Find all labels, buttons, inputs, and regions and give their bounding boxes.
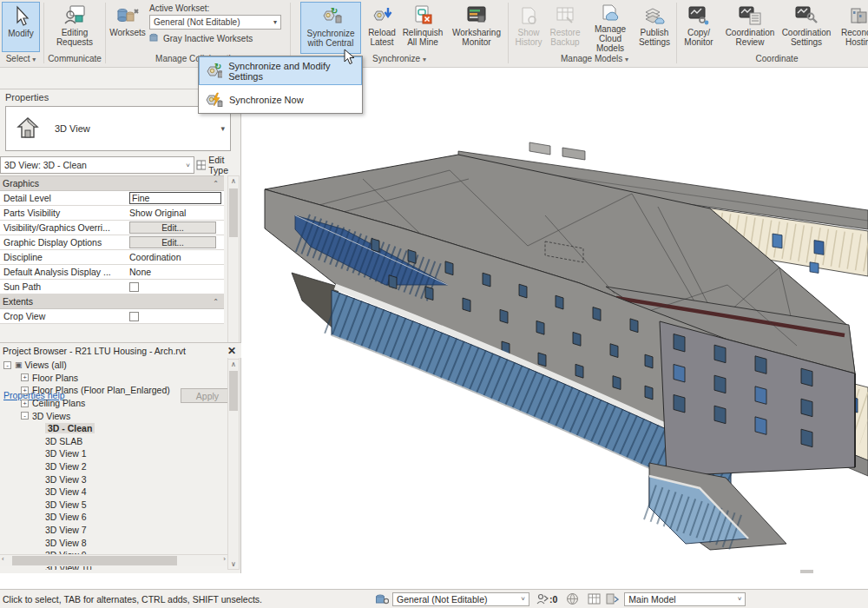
expand-icon[interactable]: + — [21, 400, 29, 407]
scroll-up-icon[interactable]: ∧ — [228, 177, 239, 185]
reload-latest-button[interactable]: Reload Latest — [365, 2, 399, 52]
sun-path-icon[interactable]: ☀ — [332, 572, 345, 573]
coordination-review-button[interactable]: Coordination Review — [722, 2, 778, 52]
tree-item-3d-view-7[interactable]: 3D View 7 — [0, 524, 226, 537]
worksharing-monitor-button[interactable]: Worksharing Monitor — [450, 2, 503, 52]
edit-type-button[interactable]: Edit Type — [194, 156, 241, 174]
scroll-thumb[interactable] — [229, 371, 238, 411]
property-row[interactable]: Graphic Display Options Edit... — [0, 235, 224, 250]
scroll-thumb[interactable] — [229, 188, 238, 237]
worksets-label: Worksets — [109, 28, 146, 37]
temporary-hide-isolate-icon[interactable]: ◎ — [435, 572, 448, 573]
show-history-button[interactable]: Show History — [512, 2, 545, 52]
restore-backup-button[interactable]: Restore Backup — [547, 2, 583, 52]
scroll-left-icon[interactable]: ‹ — [2, 555, 4, 563]
tree-item-3d-view-8[interactable]: 3D View 8 — [0, 536, 226, 549]
expand-icon[interactable]: + — [21, 373, 29, 381]
highlight-displacement-icon[interactable]: ◨ — [509, 572, 522, 573]
tree-item-views-all[interactable]: -▣Views (all) — [0, 359, 226, 372]
editing-requests-status-icon[interactable] — [536, 593, 549, 605]
type-selector[interactable]: 3D View ▾ — [5, 106, 231, 151]
visual-style-icon[interactable]: ◧ — [317, 572, 330, 573]
panel-divider — [508, 3, 509, 63]
instance-selector[interactable]: 3D View: 3D - Clean˅ — [0, 156, 194, 174]
shadows-icon[interactable]: ☀ — [346, 572, 359, 573]
collapse-icon[interactable]: - — [3, 361, 11, 369]
copy-monitor-button[interactable]: Copy/ Monitor — [679, 2, 719, 52]
tree-item-3d-slab[interactable]: 3D SLAB — [0, 435, 226, 448]
graphic-display-edit-button[interactable]: Edit... — [129, 236, 216, 248]
visibility-edit-button[interactable]: Edit... — [129, 221, 216, 234]
modify-button[interactable]: Modify — [2, 2, 40, 52]
property-row[interactable]: Discipline Coordination — [0, 250, 224, 265]
main-model-select[interactable]: Main Model˅ — [624, 592, 746, 606]
tree-item-3d-view-6[interactable]: 3D View 6 — [0, 511, 226, 524]
sketchy-lines-icon[interactable]: ◔ — [361, 572, 374, 573]
tree-item-3d-view-4[interactable]: 3D View 4 — [0, 486, 226, 499]
tree-item-3d-view-1[interactable]: 3D View 1 — [0, 447, 226, 460]
relinquish-all-mine-button[interactable]: Relinquish All Mine — [401, 2, 444, 52]
tree-item-floor-plans-enlarged[interactable]: +Floor Plans (Floor Plan_Enlarged) — [0, 384, 226, 397]
property-row[interactable]: Parts Visibility Show Original — [0, 206, 224, 221]
reveal-hidden-elements-icon[interactable]: ● — [450, 572, 463, 573]
tree-item-3d-views[interactable]: -3D Views — [0, 409, 226, 422]
design-options-icon[interactable] — [566, 592, 579, 605]
scroll-thumb[interactable] — [12, 556, 177, 565]
workset-status-select[interactable]: General (Not Editable)˅ — [392, 592, 529, 606]
worksets-button[interactable]: Worksets — [108, 2, 148, 52]
tree-item-3d-view-2[interactable]: 3D View 2 — [0, 460, 226, 473]
expand-viewbar-icon[interactable]: ‹ — [538, 572, 551, 573]
editing-requests-button[interactable]: Editing Requests — [47, 2, 102, 52]
scroll-right-icon[interactable]: › — [223, 555, 226, 563]
edit-type-icon — [196, 160, 206, 171]
property-row[interactable]: Default Analysis Display ... None — [0, 265, 224, 280]
browser-scrollbar[interactable]: ∧ ∨ — [227, 359, 240, 570]
publish-settings-button[interactable]: Publish Settings — [635, 2, 674, 52]
property-row[interactable]: Detail Level Fine — [0, 191, 224, 206]
tree-item-3d-clean[interactable]: 3D - Clean — [0, 422, 226, 435]
crop-view-checkbox[interactable] — [129, 312, 139, 321]
close-icon[interactable]: ✕ — [227, 345, 236, 357]
tree-item-3d-view-5[interactable]: 3D View 5 — [0, 499, 226, 512]
crop-view-icon[interactable]: ✂ — [376, 572, 389, 573]
coordination-settings-button[interactable]: Coordination Settings — [781, 2, 832, 52]
expand-icon[interactable]: + — [21, 387, 29, 394]
reveal-constraints-icon[interactable]: ⬓ — [523, 572, 536, 573]
unlocked-view-icon[interactable]: ⬡ — [420, 572, 433, 573]
scroll-up-icon[interactable]: ∧ — [228, 360, 239, 368]
exclude-options-icon[interactable] — [588, 593, 601, 605]
tree-item-3d-view-3[interactable]: 3D View 3 — [0, 473, 226, 486]
tree-item-ceiling-plans[interactable]: +Ceiling Plans — [0, 397, 226, 410]
synchronize-with-central-button[interactable]: ↻ Synchronize with Central — [300, 2, 361, 54]
worksharing-display-icon[interactable]: ◫ — [464, 572, 477, 573]
building-3d-model — [241, 68, 868, 563]
left-dock-panel: Properties 3D View ▾ 3D View: 3D - Clean… — [0, 68, 241, 573]
synchronize-and-modify-settings-item[interactable]: ↻ Synchronize and Modify Settings — [199, 56, 362, 85]
scroll-down-icon[interactable]: ∨ — [228, 560, 239, 568]
type-selector-arrow-icon[interactable]: ▾ — [220, 124, 225, 133]
gray-inactive-worksets-button[interactable]: Gray Inactive Worksets — [149, 33, 286, 43]
temporary-view-properties-icon[interactable]: ◒ — [479, 572, 492, 573]
analytical-model-icon[interactable]: ▥ — [494, 572, 507, 573]
property-row[interactable]: Crop View — [0, 309, 224, 324]
manage-models-panel-label[interactable]: Manage Models ▾ — [521, 54, 668, 63]
synchronize-now-item[interactable]: Synchronize Now — [199, 85, 362, 114]
property-row[interactable]: Sun Path — [0, 280, 224, 294]
tree-item-floor-plans[interactable]: +Floor Plans — [0, 372, 226, 385]
crop-region-visibility-icon[interactable]: ▣ — [391, 572, 404, 573]
collapse-icon[interactable]: - — [21, 412, 29, 420]
reconcile-hosting-button[interactable]: Reconcile Hosting — [835, 2, 868, 52]
link-status-icon[interactable] — [606, 593, 619, 605]
extents-section-header[interactable]: Extents⌃ — [0, 294, 224, 309]
render-icon[interactable]: ◈ — [405, 572, 418, 573]
property-row[interactable]: Visibility/Graphics Overri... Edit... — [0, 221, 224, 235]
drawing-area[interactable]: Perspective ▦ ◧ ☀ ☀ ◔ ✂ ▣ ◈ ⬡ ◎ ● ◫ ◒ ▥ … — [241, 68, 868, 573]
select-panel-label[interactable]: Select ▾ — [0, 54, 42, 63]
model-display-icon[interactable]: ▦ — [302, 572, 315, 573]
browser-horizontal-scrollbar[interactable]: ‹ › — [0, 554, 227, 566]
detail-level-value[interactable]: Fine — [129, 192, 221, 204]
active-workset-select[interactable]: General (Not Editable)▾ — [149, 15, 281, 30]
sun-path-checkbox[interactable] — [129, 282, 139, 292]
graphics-section-header[interactable]: Graphics⌃ — [0, 176, 224, 191]
manage-cloud-models-button[interactable]: Manage Cloud Models — [587, 2, 634, 52]
